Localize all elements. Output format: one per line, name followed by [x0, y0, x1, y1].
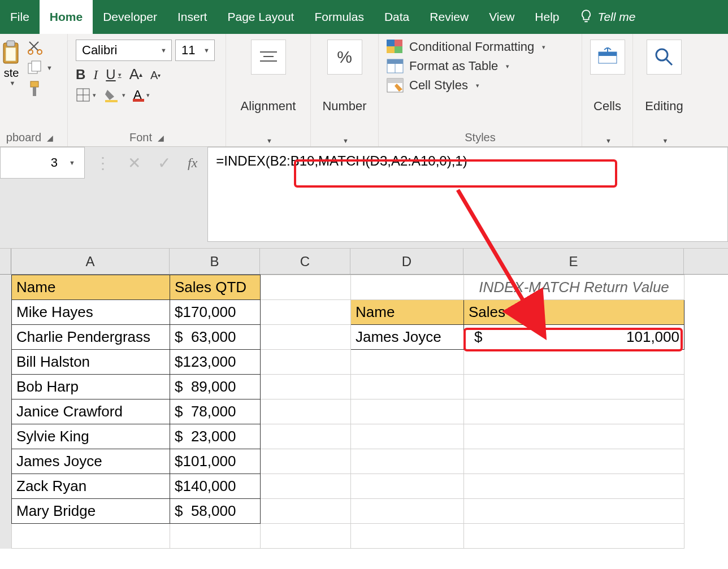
cell[interactable]	[464, 524, 684, 549]
tab-view[interactable]: View	[479, 0, 525, 34]
cell[interactable]	[12, 524, 170, 549]
dialog-launcher-icon[interactable]: ◢	[47, 133, 53, 142]
cell[interactable]	[261, 499, 351, 524]
format-painter-button[interactable]	[27, 80, 43, 98]
bold-button[interactable]: B	[76, 67, 85, 82]
cell[interactable]: Sales QTD	[170, 275, 261, 300]
tab-page-layout[interactable]: Page Layout	[217, 0, 304, 34]
chevron-down-icon[interactable]: ▼	[605, 137, 612, 144]
cell[interactable]: Bill Halston	[12, 350, 170, 375]
cell[interactable]	[464, 350, 684, 375]
cell[interactable]	[351, 375, 464, 399]
cell[interactable]	[261, 424, 351, 449]
lookup-name-cell[interactable]: James Joyce	[351, 325, 464, 350]
cell[interactable]: Charlie Pendergrass	[12, 325, 170, 350]
paste-button[interactable]: ste ▼	[0, 40, 23, 98]
tab-formulas[interactable]: Formulas	[304, 0, 374, 34]
cell[interactable]	[261, 325, 351, 350]
tab-data[interactable]: Data	[374, 0, 419, 34]
cell[interactable]: Bob Harp	[12, 375, 170, 399]
cell[interactable]: $140,000	[170, 474, 261, 499]
cell[interactable]: Mary Bridge	[12, 499, 170, 524]
cell[interactable]	[351, 499, 464, 524]
col-header-a[interactable]: A	[11, 249, 170, 274]
cell[interactable]	[261, 399, 351, 424]
cell[interactable]	[351, 424, 464, 449]
lookup-result-cell[interactable]: $ 101,000	[464, 325, 684, 350]
cell[interactable]: $101,000	[170, 449, 261, 474]
cell[interactable]: Zack Ryan	[12, 474, 170, 499]
cell-styles-button[interactable]: Cell Styles▾	[387, 78, 574, 93]
col-header-c[interactable]: C	[260, 249, 350, 274]
select-all-corner[interactable]	[0, 249, 11, 274]
find-select-button[interactable]	[647, 40, 682, 75]
cell[interactable]	[464, 424, 684, 449]
cell[interactable]	[464, 399, 684, 424]
annotation-label[interactable]: INDEX-MATCH Return Value	[464, 275, 684, 300]
cell[interactable]	[261, 375, 351, 399]
cancel-formula-button[interactable]: ✕	[128, 154, 141, 172]
fx-icon[interactable]: fx	[188, 155, 197, 171]
cells-grid[interactable]: Name Sales QTD INDEX-MATCH Return Value …	[11, 275, 684, 549]
name-box[interactable]: 3 ▼	[0, 147, 85, 179]
cell[interactable]	[464, 449, 684, 474]
tab-file[interactable]: File	[0, 0, 40, 34]
cell[interactable]	[261, 350, 351, 375]
cell[interactable]	[351, 350, 464, 375]
increase-font-button[interactable]: A▴	[129, 66, 142, 83]
tab-help[interactable]: Help	[525, 0, 569, 34]
conditional-formatting-button[interactable]: Conditional Formatting▾	[387, 40, 574, 54]
cell[interactable]: $ 23,000	[170, 424, 261, 449]
col-header-b[interactable]: B	[170, 249, 260, 274]
cell[interactable]	[464, 499, 684, 524]
cell[interactable]	[351, 399, 464, 424]
chevron-down-icon[interactable]: ▼	[662, 137, 669, 144]
tell-me-search[interactable]: Tell me	[570, 9, 636, 25]
tab-insert[interactable]: Insert	[167, 0, 218, 34]
cells-button[interactable]	[590, 40, 625, 75]
accept-formula-button[interactable]: ✓	[158, 154, 171, 172]
cell[interactable]: $170,000	[170, 300, 261, 325]
font-color-button[interactable]: A▾	[133, 88, 150, 102]
cell[interactable]	[351, 449, 464, 474]
cell[interactable]	[464, 474, 684, 499]
col-header-e[interactable]: E	[463, 249, 684, 274]
cell[interactable]	[261, 275, 351, 300]
cell[interactable]: Name	[351, 300, 464, 325]
number-format-button[interactable]: %	[327, 40, 362, 75]
cell[interactable]: $ 78,000	[170, 399, 261, 424]
tab-developer[interactable]: Developer	[93, 0, 167, 34]
borders-button[interactable]: ▾	[76, 88, 96, 102]
cell[interactable]: Mike Hayes	[12, 300, 170, 325]
col-header-d[interactable]: D	[350, 249, 463, 274]
chevron-down-icon[interactable]: ▼	[343, 137, 349, 144]
font-size-select[interactable]: 11▼	[175, 40, 215, 61]
cell[interactable]	[351, 524, 464, 549]
fill-color-button[interactable]: ▾	[104, 88, 125, 102]
formula-input[interactable]: =INDEX(B2:B10,MATCH(D3,A2:A10,0),1)	[207, 147, 728, 242]
copy-button[interactable]: ▼	[27, 60, 53, 76]
cell[interactable]: Janice Crawford	[12, 399, 170, 424]
cell[interactable]: Name	[12, 275, 170, 300]
cell[interactable]: $ 89,000	[170, 375, 261, 399]
cell[interactable]: Sales QTL	[464, 300, 684, 325]
format-as-table-button[interactable]: Format as Table▾	[387, 59, 574, 73]
cell[interactable]	[261, 474, 351, 499]
cell[interactable]	[351, 474, 464, 499]
chevron-down-icon[interactable]: ▼	[266, 137, 272, 144]
tab-review[interactable]: Review	[419, 0, 479, 34]
cell[interactable]	[351, 275, 464, 300]
cell[interactable]: $123,000	[170, 350, 261, 375]
cell[interactable]: $ 63,000	[170, 325, 261, 350]
cut-button[interactable]	[27, 40, 43, 55]
cell[interactable]	[170, 524, 261, 549]
cell[interactable]: $ 58,000	[170, 499, 261, 524]
decrease-font-button[interactable]: A▾	[150, 69, 161, 82]
underline-button[interactable]: U▾	[106, 67, 121, 82]
cell[interactable]	[261, 300, 351, 325]
cell[interactable]	[261, 449, 351, 474]
font-name-select[interactable]: Calibri▼	[76, 40, 172, 61]
dialog-launcher-icon[interactable]: ◢	[158, 133, 164, 142]
italic-button[interactable]: I	[93, 67, 98, 82]
cell[interactable]	[464, 375, 684, 399]
